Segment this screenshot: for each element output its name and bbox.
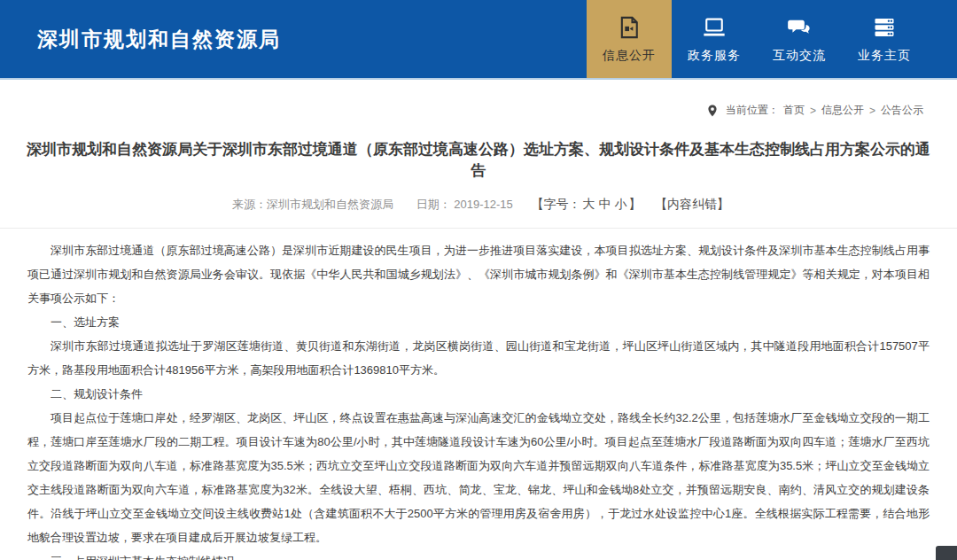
- breadcrumb: 当前位置： 首页 > 信息公开 > 公告公示: [0, 80, 957, 121]
- font-size-medium-button[interactable]: 中: [598, 197, 611, 211]
- site-header: 深圳市规划和自然资源局 信息公开 政务服务: [0, 0, 957, 80]
- nav-tab-gov-services[interactable]: 政务服务: [672, 0, 757, 78]
- nav-tab-label: 业务主页: [858, 48, 911, 64]
- section-heading: 二、规划设计条件: [27, 382, 930, 406]
- nav-tab-business-home[interactable]: 业务主页: [842, 0, 927, 78]
- breadcrumb-separator: >: [810, 105, 816, 117]
- font-size-label-close: 】: [628, 197, 641, 211]
- page-title: 深圳市规划和自然资源局关于深圳市东部过境通道（原东部过境高速公路）选址方案、规划…: [25, 139, 932, 182]
- font-size-control: 【字号：大中小】: [531, 197, 641, 211]
- chat-icon: [787, 15, 812, 40]
- paragraph: 项目起点位于莲塘口岸处，经罗湖区、龙岗区、坪山区，终点设置在惠盐高速与深汕高速交…: [27, 406, 930, 549]
- nav-tab-interaction[interactable]: 互动交流: [757, 0, 842, 78]
- location-pin-icon: [707, 105, 718, 117]
- content-correction-button[interactable]: 【内容纠错】: [655, 197, 729, 211]
- main-nav: 信息公开 政务服务 互动交流: [587, 0, 927, 78]
- font-size-large-button[interactable]: 大: [582, 197, 595, 211]
- breadcrumb-home[interactable]: 首页: [783, 103, 805, 118]
- section-heading: 三、占用深圳市基本生态控制线情况: [27, 549, 930, 560]
- nav-tab-label: 政务服务: [688, 48, 741, 64]
- nav-tab-label: 信息公开: [603, 48, 656, 64]
- scroll-corner-widget[interactable]: [936, 546, 957, 560]
- font-size-small-button[interactable]: 小: [614, 197, 626, 211]
- paragraph: 深圳市东部过境通道（原东部过境高速公路）是深圳市近期建设的民生项目，为进一步推进…: [27, 238, 930, 310]
- paragraph: 深圳市东部过境通道拟选址于罗湖区莲塘街道、黄贝街道和东湖街道，龙岗区横岗街道、园…: [27, 334, 930, 382]
- laptop-icon: [702, 15, 727, 40]
- nav-tab-info-disclosure[interactable]: 信息公开: [587, 0, 672, 78]
- section-heading: 一、选址方案: [27, 310, 930, 334]
- breadcrumb-separator: >: [869, 105, 875, 117]
- article-date: 日期： 2019-12-15: [416, 198, 513, 211]
- breadcrumb-label: 当前位置：: [726, 103, 779, 118]
- breadcrumb-info-disclosure[interactable]: 信息公开: [821, 103, 864, 118]
- nav-tab-label: 互动交流: [773, 48, 826, 64]
- article-body: 深圳市东部过境通道（原东部过境高速公路）是深圳市近期建设的民生项目，为进一步推进…: [0, 229, 957, 560]
- font-size-label: 【字号：: [531, 197, 580, 211]
- article-source: 来源：深圳市规划和自然资源局: [232, 198, 393, 211]
- article-meta: 来源：深圳市规划和自然资源局 日期： 2019-12-15 【字号：大中小】 【…: [0, 197, 957, 229]
- site-title[interactable]: 深圳市规划和自然资源局: [0, 26, 281, 53]
- breadcrumb-notices[interactable]: 公告公示: [881, 103, 923, 118]
- server-icon: [872, 15, 897, 40]
- document-icon: [617, 15, 642, 40]
